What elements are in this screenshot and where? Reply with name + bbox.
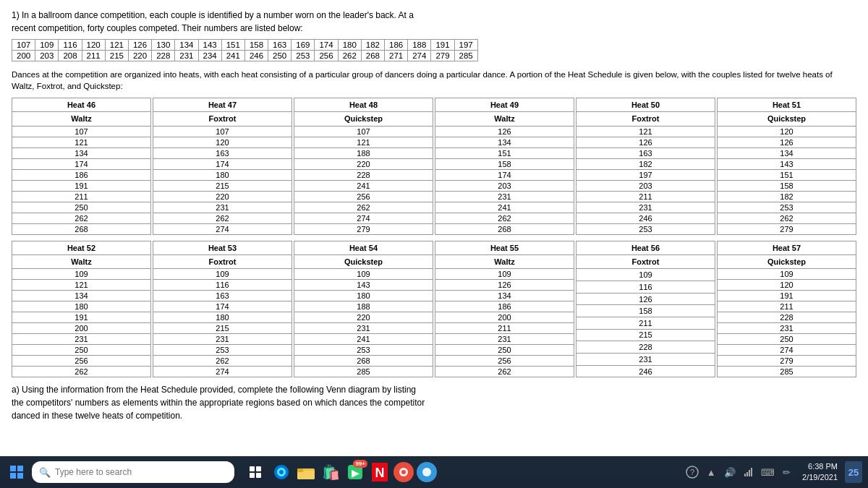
pencil-tray-icon[interactable]: ✏ <box>778 463 795 481</box>
heat-table: Heat 46Waltz1071211341741861912112502622… <box>12 98 151 235</box>
clock-date: 2/19/2021 <box>802 472 838 483</box>
question-tray-icon[interactable]: ? <box>684 463 701 481</box>
system-tray: ? ▲ 🔊 ⌨ ✏ <box>684 463 795 481</box>
heat-value-cell: 134 <box>12 291 151 301</box>
heat-table: Heat 54Quickstep109143180188220231241253… <box>294 241 433 378</box>
number-cell: 182 <box>361 40 384 51</box>
heat-value-cell: 228 <box>576 341 715 354</box>
heat-value-cell: 262 <box>12 213 151 223</box>
heat-value-cell: 121 <box>12 137 151 147</box>
keyboard-tray-icon[interactable]: ⌨ <box>759 463 776 481</box>
heat-value-cell: 109 <box>294 269 433 280</box>
number-cell: 134 <box>175 40 198 51</box>
number-cell: 191 <box>431 40 454 51</box>
number-cell: 197 <box>454 40 477 51</box>
heat-value-cell: 188 <box>294 147 433 158</box>
heat-value-cell: 126 <box>576 293 715 305</box>
heat-value-cell: 134 <box>718 147 856 158</box>
heat-value-cell: 241 <box>294 180 433 191</box>
heat-value-cell: 182 <box>718 191 856 202</box>
heat-value-cell: 182 <box>576 158 715 169</box>
heat-value-cell: 134 <box>12 147 151 158</box>
number-cell: 256 <box>315 51 338 61</box>
heat-value-cell: 262 <box>718 213 856 223</box>
number-cell: 107 <box>12 40 35 51</box>
heat-value-cell: 274 <box>718 345 856 356</box>
heat-value-cell: 256 <box>294 191 433 202</box>
heat-value-cell: 191 <box>12 312 151 323</box>
heat-value-cell: 262 <box>294 202 433 213</box>
number-cell: 169 <box>292 40 315 51</box>
search-bar[interactable]: 🔍 <box>32 461 234 483</box>
heat-value-cell: 220 <box>153 191 292 202</box>
heat-value-cell: 126 <box>435 280 574 291</box>
heat-tables-top: Heat 46Waltz1071211341741861912112502622… <box>12 98 856 235</box>
heat-value-cell: 158 <box>435 158 574 169</box>
number-cell: 268 <box>361 51 384 61</box>
heat-number-header: Heat 48 <box>294 98 433 112</box>
taskbar: 🔍 <box>0 456 868 488</box>
number-cell: 109 <box>35 40 59 51</box>
task-view-button[interactable] <box>243 460 268 484</box>
heat-value-cell: 228 <box>718 312 856 323</box>
heat-value-cell: 121 <box>294 137 433 147</box>
blue-app-button[interactable] <box>417 462 437 482</box>
netflix-button[interactable]: N <box>369 461 391 483</box>
heat-value-cell: 158 <box>576 305 715 317</box>
heat-value-cell: 262 <box>435 367 574 377</box>
bottom-line2: the competitors' numbers as elements wit… <box>12 398 425 408</box>
heat-value-cell: 285 <box>718 367 856 377</box>
intro-line1: 1) In a ballroom dance competition, each… <box>12 10 414 20</box>
intro-text: 1) In a ballroom dance competition, each… <box>12 9 856 35</box>
heat-value-cell: 231 <box>294 323 433 334</box>
edge-browser-button[interactable] <box>271 461 292 483</box>
svg-point-12 <box>401 470 406 474</box>
search-input[interactable] <box>55 467 227 477</box>
heat-value-cell: 191 <box>718 291 856 301</box>
store-button[interactable]: 🛍️ <box>320 461 341 483</box>
heat-value-cell: 143 <box>294 280 433 291</box>
speaker-tray-icon[interactable]: 🔊 <box>721 463 739 481</box>
heat-value-cell: 180 <box>153 312 292 323</box>
heat-value-cell: 121 <box>12 280 151 291</box>
heat-value-cell: 211 <box>576 191 715 202</box>
heat-value-cell: 109 <box>153 269 292 280</box>
svg-rect-0 <box>250 466 255 471</box>
windows-logo <box>10 466 23 479</box>
network-tray-icon[interactable] <box>740 463 757 481</box>
heat-value-cell: 143 <box>718 158 856 169</box>
heat-number-header: Heat 51 <box>718 98 856 112</box>
heat-value-cell: 109 <box>12 269 151 280</box>
bottom-line3: danced in these twelve heats of competit… <box>12 411 182 421</box>
number-cell: 116 <box>59 40 82 51</box>
heat-value-cell: 231 <box>153 202 292 213</box>
heat-value-cell: 180 <box>12 301 151 312</box>
heat-value-cell: 215 <box>153 323 292 334</box>
start-button[interactable] <box>6 461 27 483</box>
number-cell: 126 <box>128 40 151 51</box>
number-cell: 274 <box>408 51 431 61</box>
clock-display[interactable]: 6:38 PM 2/19/2021 <box>798 461 842 484</box>
heat-value-cell: 186 <box>435 301 574 312</box>
search-icon: 🔍 <box>39 467 51 478</box>
number-cell: 231 <box>175 51 198 61</box>
heat-table: Heat 48Quickstep107121188220228241256262… <box>294 98 433 235</box>
heat-value-cell: 215 <box>576 329 715 341</box>
heat-value-cell: 174 <box>153 158 292 169</box>
notification-app-button[interactable]: ▶ 99+ <box>344 461 366 483</box>
up-arrow-tray-icon[interactable]: ▲ <box>702 463 720 481</box>
heat-value-cell: 231 <box>153 334 292 345</box>
heat-table: Heat 57Quickstep109120191211228231250274… <box>717 241 856 378</box>
bottom-line1: a) Using the information from the Heat S… <box>12 385 416 395</box>
number-cell: 186 <box>385 40 408 51</box>
heat-value-cell: 253 <box>576 223 715 234</box>
heat-value-cell: 126 <box>718 137 856 147</box>
number-cell: 203 <box>35 51 59 61</box>
heat-value-cell: 107 <box>153 126 292 137</box>
file-explorer-button[interactable] <box>295 461 317 483</box>
heat-value-cell: 262 <box>435 213 574 223</box>
red-app-button[interactable] <box>393 462 414 482</box>
heat-table: Heat 47Foxtrot10712016317418021522023126… <box>153 98 292 235</box>
heat-value-cell: 197 <box>576 169 715 180</box>
corner-number[interactable]: 25 <box>845 461 862 483</box>
